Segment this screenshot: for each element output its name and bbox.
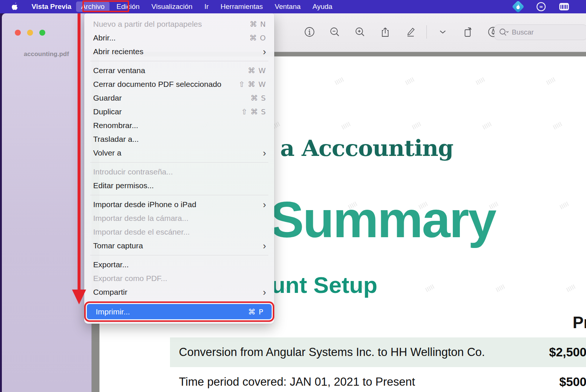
submenu-chevron-icon: › bbox=[263, 201, 266, 208]
creative-cloud-status-icon[interactable]: ∞ bbox=[536, 2, 546, 12]
menu-item-abrir-recientes[interactable]: Abrir recientes› bbox=[84, 45, 274, 58]
menu-item-label: Importar desde la cámara... bbox=[93, 214, 266, 223]
menu-item-shortcut: ⌘ W bbox=[248, 66, 266, 75]
watermark-mark bbox=[560, 201, 570, 209]
window-sidebar: accounting.pdf bbox=[2, 13, 92, 392]
watermark-mark bbox=[476, 77, 486, 85]
menu-item-nuevo-a-partir-del-portapapeles: Nuevo a partir del portapapeles⌘ N bbox=[84, 17, 274, 31]
menu-item-volver-a[interactable]: Volver a› bbox=[84, 146, 274, 160]
menubar-item-archivo[interactable]: Archivo bbox=[76, 1, 109, 12]
menu-item-shortcut: ⌘ S bbox=[251, 94, 266, 102]
file-menu-dropdown: Nuevo a partir del portapapeles⌘ NAbrir.… bbox=[84, 13, 274, 324]
menu-item-importar-desde-la-cámara: Importar desde la cámara... bbox=[84, 211, 274, 225]
menu-item-label: Volver a bbox=[93, 148, 263, 157]
menu-item-compartir[interactable]: Compartir› bbox=[84, 285, 274, 299]
zoom-in-icon[interactable] bbox=[354, 26, 366, 38]
menu-item-shortcut: ⌘ P bbox=[248, 307, 263, 316]
app-name-menu[interactable]: Vista Previa bbox=[27, 3, 76, 11]
minimize-window-button[interactable] bbox=[27, 30, 33, 36]
menu-item-importar-desde-iphone-o-ipad[interactable]: Importar desde iPhone o iPad› bbox=[84, 197, 274, 211]
menu-item-duplicar[interactable]: Duplicar⇧ ⌘ S bbox=[84, 105, 274, 118]
watermark-mark bbox=[566, 284, 576, 292]
menu-item-introducir-contraseña: Introducir contraseña... bbox=[84, 165, 274, 179]
menubar-item-ayuda[interactable]: Ayuda bbox=[308, 1, 337, 12]
menu-item-editar-permisos[interactable]: Editar permisos... bbox=[84, 179, 274, 192]
menu-item-label: Trasladar a... bbox=[93, 135, 266, 144]
menubar-item-ventana[interactable]: Ventana bbox=[270, 1, 305, 12]
menu-item-label: Importar desde el escáner... bbox=[93, 228, 266, 236]
menu-item-label: Importar desde iPhone o iPad bbox=[93, 200, 263, 209]
apple-menu-icon[interactable] bbox=[10, 2, 19, 11]
menu-item-cerrar-documento-pdf-seleccionado[interactable]: Cerrar documento PDF seleccionado⇧ ⌘ W bbox=[84, 77, 274, 91]
table-price-header: Pr bbox=[573, 313, 586, 332]
document-heading: Summary bbox=[270, 190, 495, 249]
menu-item-label: Imprimir... bbox=[96, 307, 248, 316]
zoom-out-icon[interactable] bbox=[328, 26, 341, 38]
menu-item-label: Cerrar documento PDF seleccionado bbox=[93, 80, 239, 89]
menu-item-importar-desde-el-escáner: Importar desde el escáner... bbox=[84, 225, 274, 239]
watermark-mark bbox=[412, 121, 422, 130]
menu-separator bbox=[90, 162, 268, 163]
submenu-chevron-icon: › bbox=[263, 288, 266, 296]
flame-diamond-status-icon[interactable] bbox=[513, 2, 523, 12]
close-window-button[interactable] bbox=[15, 30, 21, 36]
menubar-item-herramientas[interactable]: Herramientas bbox=[216, 1, 268, 12]
menu-item-label: Exportar como PDF... bbox=[93, 274, 266, 283]
menu-item-label: Abrir recientes bbox=[93, 47, 263, 56]
menu-item-exportar[interactable]: Exportar... bbox=[84, 258, 274, 271]
menu-item-abrir[interactable]: Abrir...⌘ O bbox=[84, 31, 274, 45]
menu-item-renombrar[interactable]: Renombrar... bbox=[84, 118, 274, 132]
menu-item-shortcut: ⌘ O bbox=[249, 33, 266, 42]
table-row: Time period covered: JAN 01, 2021 to Pre… bbox=[170, 367, 586, 392]
menu-item-tomar-captura[interactable]: Tomar captura› bbox=[84, 239, 274, 252]
submenu-chevron-icon: › bbox=[263, 48, 266, 55]
zoom-window-button[interactable] bbox=[39, 30, 45, 36]
menu-item-label: Renombrar... bbox=[93, 121, 266, 130]
menu-item-label: Abrir... bbox=[93, 33, 249, 42]
svg-text:∞: ∞ bbox=[539, 4, 543, 9]
menubar-item-visualización[interactable]: Visualización bbox=[147, 1, 197, 12]
menubar-item-ir[interactable]: Ir bbox=[200, 1, 214, 12]
menu-separator bbox=[90, 301, 268, 302]
menu-item-shortcut: ⇧ ⌘ S bbox=[241, 107, 266, 116]
menu-item-trasladar-a[interactable]: Trasladar a... bbox=[84, 132, 274, 146]
watermark-mark bbox=[496, 284, 506, 292]
menu-item-label: Cerrar ventana bbox=[93, 66, 248, 75]
menu-item-shortcut: ⇧ ⌘ W bbox=[239, 80, 266, 89]
watermark-mark bbox=[341, 121, 351, 130]
document-title-fragment: a Acccounting bbox=[280, 135, 453, 161]
markup-pencil-icon[interactable] bbox=[404, 26, 417, 38]
table-row-label: Conversion from Angular Systems Inc. to … bbox=[179, 337, 485, 367]
menu-item-label: Duplicar bbox=[93, 107, 241, 116]
menu-item-imprimir[interactable]: Imprimir...⌘ P bbox=[87, 304, 272, 319]
search-field[interactable] bbox=[494, 24, 586, 40]
menu-item-label: Exportar... bbox=[93, 260, 266, 269]
window-title: accounting.pdf bbox=[9, 50, 84, 58]
keyboard-status-icon[interactable] bbox=[559, 2, 569, 12]
toolbar-divider bbox=[426, 25, 427, 39]
table-row: Conversion from Angular Systems Inc. to … bbox=[170, 337, 586, 367]
menu-item-guardar[interactable]: Guardar⌘ S bbox=[84, 91, 274, 105]
share-icon[interactable] bbox=[379, 26, 392, 38]
menu-item-cerrar-ventana[interactable]: Cerrar ventana⌘ W bbox=[84, 63, 274, 77]
submenu-chevron-icon: › bbox=[263, 149, 266, 157]
submenu-chevron-icon: › bbox=[263, 242, 266, 249]
menu-separator bbox=[90, 195, 268, 195]
table-row-amount: $500.0 bbox=[559, 367, 586, 392]
watermark-mark bbox=[335, 77, 345, 85]
watermark-mark bbox=[425, 284, 435, 292]
menu-item-label: Tomar captura bbox=[93, 241, 263, 250]
watermark-mark bbox=[553, 121, 563, 130]
search-input[interactable] bbox=[512, 28, 567, 36]
menu-item-label: Introducir contraseña... bbox=[93, 167, 266, 176]
menubar-item-edición[interactable]: Edición bbox=[112, 1, 144, 12]
menu-item-label: Nuevo a partir del portapapeles bbox=[93, 20, 250, 29]
chevron-down-icon[interactable] bbox=[436, 26, 449, 38]
document-subheading-fragment: unt Setup bbox=[271, 272, 377, 298]
menu-bar: Vista Previa ArchivoEdiciónVisualización… bbox=[0, 0, 586, 13]
menu-separator bbox=[90, 61, 268, 61]
menu-separator bbox=[90, 255, 268, 255]
menu-item-label: Editar permisos... bbox=[93, 181, 266, 190]
info-icon[interactable] bbox=[303, 26, 316, 38]
rotate-left-icon[interactable] bbox=[462, 26, 474, 38]
